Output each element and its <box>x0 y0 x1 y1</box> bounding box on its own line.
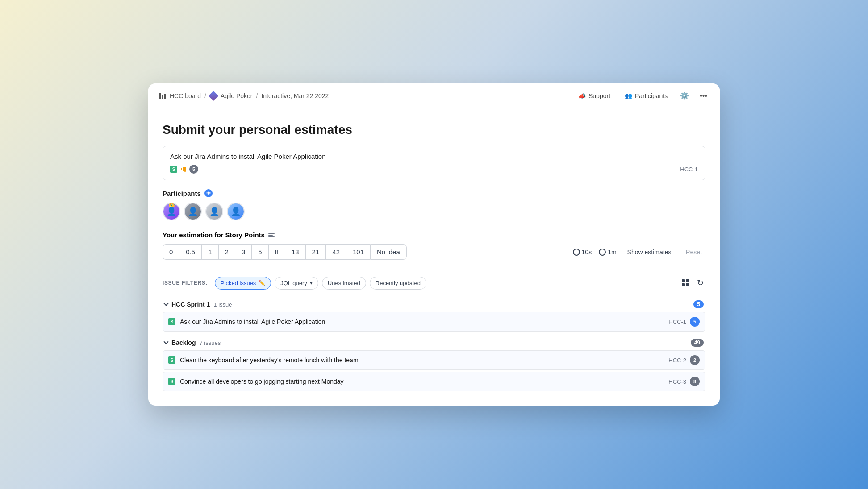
refresh-icon[interactable]: ↻ <box>695 276 705 290</box>
filter-picked-issues[interactable]: Picked issues ✏️ <box>215 277 271 290</box>
timer-10s-label: 10s <box>582 249 592 256</box>
poker-card-13[interactable]: 13 <box>285 244 305 260</box>
filter-unestimated[interactable]: Unestimated <box>322 277 366 290</box>
grid-icon <box>682 279 689 286</box>
poker-card-2[interactable]: 2 <box>218 244 235 260</box>
filters-row: ISSUE FILTERS: Picked issues ✏️ JQL quer… <box>163 276 705 290</box>
issue-card-meta: S 5 HCC-1 <box>170 165 698 174</box>
issue-row-right-hcc2: HCC-2 2 <box>668 355 700 365</box>
current-issue-card: Ask our Jira Admins to install Agile Pok… <box>163 146 705 180</box>
eye-icon[interactable]: 👁 <box>204 189 213 197</box>
filter-picked-issues-label: Picked issues <box>221 280 256 286</box>
issue-estimate-hcc2: 2 <box>690 355 700 365</box>
poker-cards: 0 0.5 1 2 3 5 8 13 21 42 101 No idea <box>163 244 407 260</box>
support-button[interactable]: 📣 Support <box>575 91 614 101</box>
issue-row-hcc2[interactable]: S Clean the keyboard after yesterday's r… <box>163 350 705 370</box>
pencil-icon: ✏️ <box>259 280 265 286</box>
avatars-group: 👤 👤 👤 👤 <box>163 203 705 220</box>
agile-poker-icon <box>210 92 217 99</box>
issue-row-left-hcc1: S Ask our Jira Admins to install Agile P… <box>168 318 325 325</box>
avatar-img-2: 👤 <box>185 203 201 220</box>
nav-sep-2: / <box>256 92 258 99</box>
poker-card-21[interactable]: 21 <box>305 244 326 260</box>
board-label[interactable]: HCC board <box>170 92 201 99</box>
sprint-header-backlog[interactable]: Backlog 7 issues 49 <box>163 335 705 350</box>
list-icon[interactable] <box>268 233 275 237</box>
main-content: Submit your personal estimates Ask our J… <box>148 108 720 406</box>
timer-1m[interactable]: 1m <box>599 249 616 256</box>
clock-icon-2 <box>599 249 606 256</box>
avatar-1: 👤 <box>163 203 180 220</box>
gear-icon[interactable]: ⚙️ <box>678 90 691 102</box>
participants-button[interactable]: 👥 Participants <box>621 91 671 101</box>
grid-view-button[interactable] <box>679 277 692 289</box>
nav-breadcrumb: HCC board / Agile Poker / Interactive, M… <box>159 92 329 99</box>
show-estimates-button[interactable]: Show estimates <box>624 247 675 257</box>
issue-row-right-hcc1: HCC-1 5 <box>668 317 700 327</box>
sprint-name-1: HCC Sprint 1 <box>171 301 210 308</box>
issue-type-icon-hcc1: S <box>168 318 175 325</box>
issue-key-hcc1: HCC-1 <box>668 319 686 325</box>
participants-title-text: Participants <box>163 190 201 197</box>
issue-priority-icon <box>181 167 186 172</box>
poker-card-42[interactable]: 42 <box>326 244 346 260</box>
filter-recently-updated[interactable]: Recently updated <box>370 277 426 290</box>
people-icon: 👥 <box>625 92 632 99</box>
participants-label: Participants <box>635 92 668 99</box>
filter-recently-updated-label: Recently updated <box>376 280 421 286</box>
timer-10s[interactable]: 10s <box>573 249 592 256</box>
session-label: Interactive, Mar 22 2022 <box>261 92 329 99</box>
sprint-section-1: HCC Sprint 1 1 issue 5 S Ask our Jira Ad… <box>163 297 705 332</box>
sprint-chevron-backlog <box>163 339 168 344</box>
issue-row-right-hcc3: HCC-3 8 <box>668 377 700 386</box>
poker-card-no-idea[interactable]: No idea <box>370 244 407 260</box>
poker-card-101[interactable]: 101 <box>346 244 370 260</box>
filters-left: ISSUE FILTERS: Picked issues ✏️ JQL quer… <box>163 277 426 290</box>
page-title: Submit your personal estimates <box>163 123 705 137</box>
avatar-3: 👤 <box>205 203 223 220</box>
filter-jql-query[interactable]: JQL query ▾ <box>275 277 318 290</box>
issue-key-hcc2: HCC-2 <box>668 357 686 364</box>
sprint-header-left-1: HCC Sprint 1 1 issue <box>164 301 232 308</box>
megaphone-icon: 📣 <box>578 92 586 99</box>
support-label: Support <box>588 92 610 99</box>
issue-row-hcc3[interactable]: S Convince all developers to go jogging … <box>163 372 705 391</box>
chevron-down-icon: ▾ <box>310 280 313 286</box>
issue-type-icon-hcc3: S <box>168 378 175 385</box>
board-icon <box>159 93 166 99</box>
issue-card-title: Ask our Jira Admins to install Agile Pok… <box>170 153 698 160</box>
poker-card-1[interactable]: 1 <box>201 244 218 260</box>
current-issue-id: HCC-1 <box>680 166 698 173</box>
story-points-title-text: Your estimation for Story Points <box>163 231 265 239</box>
reset-button[interactable]: Reset <box>682 247 705 257</box>
estimation-header-row: Your estimation for Story Points <box>163 231 705 239</box>
poker-card-0[interactable]: 0 <box>163 244 179 260</box>
app-window: HCC board / Agile Poker / Interactive, M… <box>148 83 720 406</box>
nav-bar: HCC board / Agile Poker / Interactive, M… <box>148 83 720 108</box>
poker-card-8[interactable]: 8 <box>268 244 285 260</box>
sprint-chevron-1 <box>163 301 168 306</box>
issue-row-left-hcc3: S Convince all developers to go jogging … <box>168 378 344 385</box>
poker-card-5[interactable]: 5 <box>251 244 268 260</box>
issue-row-hcc1[interactable]: S Ask our Jira Admins to install Agile P… <box>163 312 705 332</box>
poker-card-0-5[interactable]: 0.5 <box>179 244 201 260</box>
poker-diamond-icon <box>209 91 219 101</box>
issue-type-icon: S <box>170 166 177 173</box>
sprint-header-left-backlog: Backlog 7 issues <box>164 339 221 346</box>
avatar-img-4: 👤 <box>228 203 244 220</box>
sprint-header-1[interactable]: HCC Sprint 1 1 issue 5 <box>163 297 705 312</box>
filter-label: ISSUE FILTERS: <box>163 280 208 286</box>
app-label[interactable]: Agile Poker <box>221 92 253 99</box>
current-issue-estimate: 5 <box>189 165 198 174</box>
filters-right: ↻ <box>679 276 705 290</box>
timer-1m-label: 1m <box>608 249 616 256</box>
sprint-count-backlog: 7 issues <box>199 340 221 346</box>
filter-unestimated-label: Unestimated <box>328 280 360 286</box>
participants-section-title: Participants 👁 <box>163 189 705 197</box>
sprint-total-1: 5 <box>693 300 704 308</box>
poker-card-3[interactable]: 3 <box>235 244 251 260</box>
issue-estimate-hcc3: 8 <box>690 377 700 386</box>
issue-title-hcc2: Clean the keyboard after yesterday's rem… <box>180 356 359 364</box>
nav-sep-1: / <box>204 92 206 99</box>
more-icon[interactable]: ••• <box>698 90 709 102</box>
